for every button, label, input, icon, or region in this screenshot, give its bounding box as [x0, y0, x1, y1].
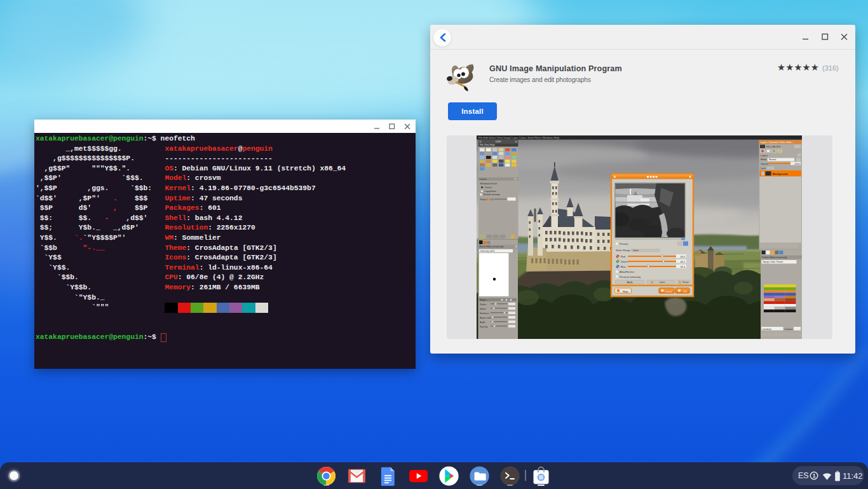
svg-text:Preview: Preview: [620, 243, 628, 245]
svg-text:Allow/Restrict: Allow/Restrict: [620, 271, 635, 273]
svg-text:Radius: Radius: [480, 303, 487, 306]
svg-text:GIMP: GIMP: [495, 141, 501, 143]
svg-text:46.2: 46.2: [681, 261, 685, 263]
svg-text:Cancel: Cancel: [665, 290, 673, 293]
svg-text:Smooth average: Smooth average: [484, 193, 500, 196]
svg-text:Aspect ratio: Aspect ratio: [480, 317, 491, 319]
svg-text:Brush Editor (read only): Brush Editor (read only): [480, 245, 504, 248]
svg-text:Radius: Radius: [480, 198, 487, 201]
svg-text:Sprigs Color Theme: Sprigs Color Theme: [763, 261, 783, 263]
svg-text:Classic: Classic: [485, 186, 492, 189]
svg-text:Palette Editor (read only): Palette Editor (read only): [762, 256, 787, 259]
svg-text:Spacing: Spacing: [480, 326, 487, 328]
svg-text:Normal: Normal: [769, 158, 776, 161]
svg-text:Blue: Blue: [621, 266, 626, 268]
svg-text:Windowed Scale: Windowed Scale: [480, 183, 498, 185]
svg-text:0.75: 0.75: [490, 198, 494, 201]
svg-text:Preserve luminosity: Preserve luminosity: [620, 276, 641, 279]
svg-text:Help: Help: [623, 290, 628, 293]
svg-text:F05_038.JPG: F05_038.JPG: [766, 146, 780, 148]
svg-text:Layers: Layers: [761, 155, 768, 157]
svg-text:Layers, Channels, Paths, Undo.: Layers, Channels, Paths, Undo...: [761, 141, 793, 144]
svg-text:Spikes: Spikes: [480, 308, 486, 310]
svg-text:100.0: 100.0: [794, 163, 800, 165]
svg-text:Zoom: Zoom: [633, 249, 639, 252]
svg-text:Levels: Levels: [480, 178, 487, 181]
svg-text:File Edit Select View Imag: File Edit Select View Image Layer Colors…: [478, 136, 560, 139]
svg-text:39.4: 39.4: [681, 266, 685, 268]
svg-text:Apply: Apply: [627, 281, 633, 284]
svg-text:Open: Open: [660, 281, 665, 284]
svg-text:Background: Background: [773, 172, 788, 176]
svg-text:Intensity 0x10: Intensity 0x10: [480, 250, 494, 252]
svg-text:Red: Red: [621, 256, 625, 258]
svg-text:Lock:: Lock:: [761, 167, 766, 170]
svg-text:40.0: 40.0: [681, 256, 685, 258]
svg-text:File Xtns Help: File Xtns Help: [480, 144, 495, 146]
svg-text:Green: Green: [621, 261, 628, 263]
svg-text:Angle: Angle: [480, 321, 485, 324]
svg-text:1: 1: [813, 472, 816, 479]
svg-text:OK: OK: [683, 290, 687, 293]
svg-text:Reset: Reset: [682, 281, 688, 284]
svg-text:Logarithmic: Logarithmic: [485, 190, 497, 193]
svg-text:Shape: Shape: [480, 299, 486, 301]
svg-text:Columns: Columns: [784, 328, 793, 331]
svg-text:Mode:: Mode:: [761, 158, 767, 161]
svg-text:Opacity: Opacity: [761, 163, 768, 165]
svg-text:Select Range: Select Range: [616, 249, 630, 252]
svg-text:Hardness: Hardness: [480, 312, 489, 315]
svg-text:(untitled): (untitled): [763, 328, 771, 331]
